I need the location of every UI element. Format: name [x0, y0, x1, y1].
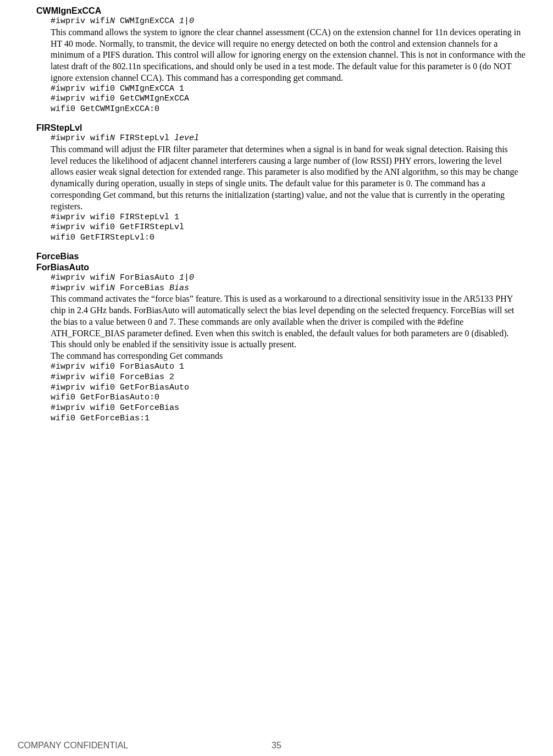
section-example: #iwpriv wifi0 CWMIgnExCCA 1 #iwpriv wifi…: [51, 84, 526, 115]
section-description: This command activates the “force bias” …: [51, 293, 526, 351]
section-title: CWMIgnExCCA: [36, 5, 526, 16]
section-title: ForceBias: [36, 251, 526, 262]
section-example: #iwpriv wifi0 FIRStepLvl 1 #iwpriv wifi0…: [51, 213, 526, 243]
section-firsteplvl: FIRStepLvl #iwpriv wifiN FIRStepLvl leve…: [27, 123, 526, 243]
syntax-line-2: #iwpriv wifiN ForceBias Bias: [51, 284, 526, 294]
section-title: FIRStepLvl: [36, 123, 526, 134]
section-description: This command will adjust the FIR filter …: [51, 144, 526, 213]
page-content: CWMIgnExCCA #iwpriv wifiN CWMIgnExCCA 1|…: [0, 0, 553, 424]
section-description: This command allows the system to ignore…: [51, 27, 526, 84]
section-cwmignexcca: CWMIgnExCCA #iwpriv wifiN CWMIgnExCCA 1|…: [27, 5, 526, 115]
syntax-line: #iwpriv wifiN CWMIgnExCCA 1|0: [51, 16, 526, 27]
section-forcebias: ForceBias ForBiasAuto #iwpriv wifiN ForB…: [27, 251, 526, 424]
section-title-2: ForBiasAuto: [36, 262, 526, 273]
syntax-line: #iwpriv wifiN FIRStepLvl level: [51, 134, 526, 144]
section-description-2: The command has corresponding Get comman…: [51, 351, 526, 362]
footer-page-number: 35: [0, 741, 553, 751]
syntax-line: #iwpriv wifiN ForBiasAuto 1|0: [51, 273, 526, 284]
section-example: #iwpriv wifi0 ForBiasAuto 1 #iwpriv wifi…: [51, 362, 526, 424]
